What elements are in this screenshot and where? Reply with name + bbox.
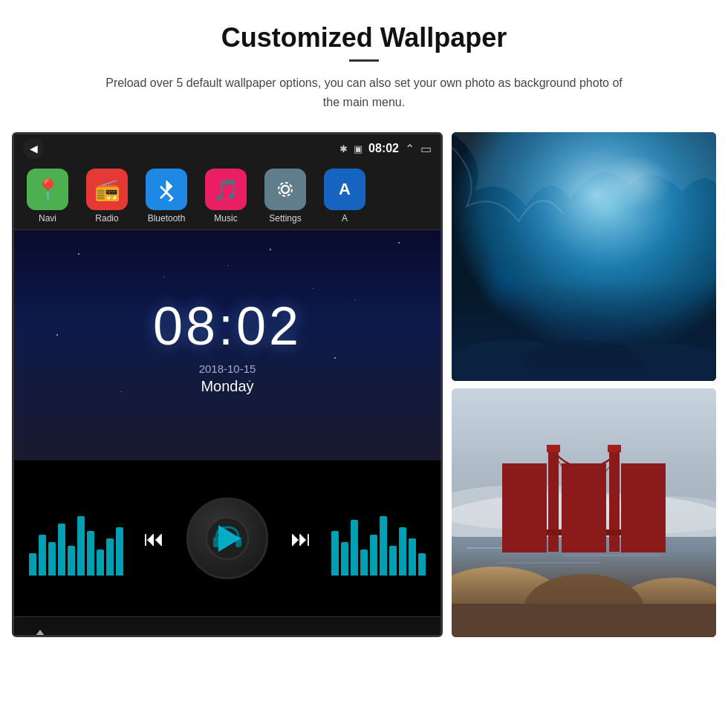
svg-rect-9 [452, 132, 716, 381]
eq-bar [97, 550, 104, 576]
eq-bar [58, 524, 65, 576]
svg-rect-35 [533, 529, 634, 535]
eq-bars-right [331, 501, 426, 576]
window-icon: ▭ [420, 142, 432, 156]
back-arrow-icon: ◀ [30, 143, 38, 154]
player-center: ⏮ ⏭ [143, 498, 311, 579]
eq-bar [87, 531, 94, 576]
svg-point-16 [578, 496, 716, 533]
clock-day: Monday [201, 378, 253, 395]
svg-point-22 [608, 578, 716, 637]
app-radio[interactable]: 📻 Radio [81, 169, 133, 224]
page-subtitle: Preload over 5 default wallpaper options… [97, 74, 631, 111]
eq-bar [29, 553, 36, 576]
eq-bars-left [29, 501, 123, 576]
svg-point-23 [524, 574, 643, 637]
eq-bar [370, 535, 377, 576]
app-bluetooth[interactable]: Bluetooth [140, 169, 192, 224]
bluetooth-label: Bluetooth [148, 213, 186, 224]
page-container: Customized Wallpaper Preload over 5 defa… [0, 0, 728, 727]
music-icon: 🎵 [213, 177, 239, 202]
bluetooth-icon [155, 177, 178, 201]
page-title: Customized Wallpaper [221, 22, 507, 53]
svg-rect-27 [547, 445, 560, 452]
track-navigator[interactable]: 15 [25, 630, 55, 638]
play-triangle [218, 525, 241, 552]
eq-bar [418, 553, 426, 576]
eq-bar [331, 531, 339, 576]
svg-rect-24 [452, 604, 716, 637]
settings-icon [273, 177, 298, 202]
bluetooth-icon-box [146, 169, 187, 210]
eq-bar [360, 550, 368, 576]
svg-rect-8 [452, 132, 716, 381]
equalizer: ⏮ ⏭ [14, 460, 441, 616]
status-time: 08:02 [368, 142, 399, 155]
status-left: ◀ [23, 138, 44, 159]
track-up-icon [31, 630, 49, 638]
app-more[interactable]: A A [319, 169, 371, 224]
settings-label: Settings [269, 213, 301, 224]
clock-date: 2018-10-15 [199, 362, 256, 375]
prev-button[interactable]: ⏮ [143, 526, 164, 551]
svg-rect-25 [548, 448, 559, 552]
radio-label: Radio [95, 213, 118, 224]
more-label: A [342, 213, 348, 224]
svg-point-12 [524, 340, 643, 381]
play-overlay [186, 498, 268, 579]
eq-bar [39, 535, 46, 576]
signal-status-icon: ▣ [354, 143, 363, 154]
navi-icon: 📍 [35, 177, 61, 202]
eq-bar [380, 516, 387, 576]
app-navi[interactable]: 📍 Navi [22, 169, 74, 224]
back-button[interactable]: ◀ [23, 138, 44, 159]
bridge-photo [452, 388, 716, 637]
main-clock-screen: 08:02 2018-10-15 Monday [14, 230, 441, 460]
music-player: ⏮ ⏭ [14, 460, 441, 616]
svg-point-10 [452, 340, 585, 381]
chevron-up-icon: ⌃ [405, 142, 415, 156]
content-row: ◀ ✱ ▣ 08:02 ⌃ ▭ 📍 Navi [30, 132, 698, 637]
more-icon-box: A [324, 169, 365, 210]
eq-bar [351, 520, 358, 576]
eq-bar [399, 527, 406, 576]
clock-time: 08:02 [153, 296, 302, 356]
ice-cave-svg [452, 132, 716, 381]
music-label: Music [214, 213, 237, 224]
eq-bar [48, 542, 56, 576]
app-icons-row: 📍 Navi 📻 Radio [14, 163, 441, 230]
bluetooth-status-icon: ✱ [339, 143, 348, 154]
more-icon: A [339, 180, 351, 199]
eq-bar [389, 546, 397, 576]
car-screen: ◀ ✱ ▣ 08:02 ⌃ ▭ 📍 Navi [12, 132, 443, 637]
status-right: ✱ ▣ 08:02 ⌃ ▭ [339, 142, 432, 156]
svg-point-15 [452, 485, 623, 529]
svg-point-21 [452, 567, 571, 637]
eq-bar [106, 538, 114, 576]
next-button[interactable]: ⏭ [290, 526, 311, 551]
bottom-right-nav-icon[interactable] [400, 635, 429, 638]
app-settings[interactable]: Settings [259, 169, 311, 224]
eq-bar [341, 542, 348, 576]
photos-column [452, 132, 716, 637]
bridge-svg [452, 388, 716, 637]
title-underline [349, 59, 379, 62]
svg-point-3 [279, 183, 292, 196]
bottom-bar: 15 2018-10-15 Monday [14, 616, 441, 637]
svg-line-1 [160, 192, 166, 198]
radio-icon-box: 📻 [86, 169, 128, 210]
navi-icon-box: 📍 [27, 169, 68, 210]
headphone-circle [186, 498, 268, 579]
eq-bar [116, 527, 123, 576]
settings-icon-box [264, 169, 306, 210]
svg-point-2 [282, 186, 289, 193]
navi-label: Navi [39, 213, 56, 224]
svg-rect-26 [609, 448, 620, 552]
eq-bar [77, 516, 85, 576]
eq-bar [409, 538, 416, 576]
app-music[interactable]: 🎵 Music [200, 169, 252, 224]
svg-point-11 [571, 344, 716, 381]
svg-rect-17 [452, 537, 716, 596]
eq-bar [68, 546, 75, 576]
radio-icon: 📻 [94, 177, 120, 202]
